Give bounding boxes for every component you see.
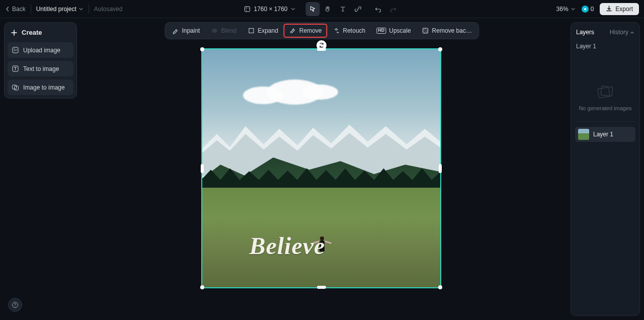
handle-bottom-left[interactable]: [200, 285, 204, 289]
eraser-icon: [289, 27, 296, 34]
retouch-label: Retouch: [343, 27, 366, 34]
credits-value: 0: [591, 6, 594, 13]
layer-item[interactable]: Layer 1: [575, 127, 635, 142]
remove-button[interactable]: Remove: [284, 24, 327, 37]
plus-icon: [11, 29, 18, 36]
svg-rect-8: [249, 29, 254, 33]
dimensions-label: 1760 × 1760: [254, 6, 287, 13]
credits-counter[interactable]: 0: [582, 6, 594, 13]
hd-icon: HD: [376, 28, 386, 34]
generated-empty-state: No generated images: [575, 55, 635, 122]
handle-bottom[interactable]: [317, 286, 326, 289]
current-layer-name[interactable]: Layer 1: [575, 40, 635, 55]
history-tab-label: History: [610, 29, 628, 36]
frame-icon: [244, 6, 251, 13]
chevron-down-icon: [571, 7, 576, 12]
removebg-label: Remove back…: [432, 27, 472, 34]
text-to-image-button[interactable]: Text to image: [8, 61, 73, 76]
text-tool[interactable]: [336, 2, 350, 16]
empty-images-icon: [597, 85, 614, 99]
svg-point-2: [14, 48, 15, 49]
hand-tool[interactable]: [321, 2, 335, 16]
chevron-down-icon: [78, 7, 84, 12]
upload-image-button[interactable]: Upload image: [8, 42, 73, 58]
zoom-label: 36%: [556, 6, 569, 13]
layers-tab-label: Layers: [576, 29, 594, 36]
handle-top-right[interactable]: [438, 47, 442, 51]
create-header: Create: [8, 26, 73, 39]
text2img-label: Text to image: [23, 65, 59, 72]
undo-button[interactable]: [371, 2, 385, 16]
remove-bg-button[interactable]: Remove back…: [417, 24, 477, 37]
help-button[interactable]: [8, 298, 22, 312]
canvas[interactable]: Believe: [201, 48, 441, 288]
redo-icon: [390, 6, 397, 13]
svg-rect-0: [245, 7, 250, 12]
export-button[interactable]: Export: [600, 3, 639, 15]
top-center: 1760 × 1760: [244, 2, 400, 16]
top-right: 36% 0 Export: [556, 3, 639, 15]
expand-icon: [248, 27, 255, 34]
inpaint-button[interactable]: Inpaint: [167, 24, 205, 37]
upload-label: Upload image: [23, 47, 60, 54]
canvas-dimensions[interactable]: 1760 × 1760: [244, 6, 295, 13]
back-label: Back: [12, 6, 26, 13]
retouch-button[interactable]: Retouch: [328, 24, 371, 37]
img2img-label: Image to image: [23, 84, 65, 91]
cursor-icon: [309, 6, 316, 13]
project-name[interactable]: Untitled project: [36, 6, 84, 13]
layers-tab[interactable]: Layers: [575, 27, 595, 38]
expand-button[interactable]: Expand: [243, 24, 283, 37]
upload-icon: [12, 46, 19, 54]
project-name-label: Untitled project: [36, 6, 76, 13]
hand-icon: [325, 6, 332, 13]
remove-bg-icon: [422, 27, 429, 34]
empty-message: No generated images: [579, 105, 631, 111]
link-tool[interactable]: [351, 2, 365, 16]
zoom-control[interactable]: 36%: [556, 6, 576, 13]
blend-icon: [211, 27, 218, 34]
chevron-down-icon: [291, 7, 296, 12]
left-panel: Create Upload image Text to image Image …: [4, 22, 77, 99]
top-bar: Back Untitled project Autosaved 1760 × 1…: [0, 0, 644, 18]
history-tab[interactable]: History: [609, 27, 635, 38]
inpaint-label: Inpaint: [182, 27, 200, 34]
back-button[interactable]: Back: [5, 6, 26, 13]
chevron-up-icon: [630, 30, 634, 35]
upscale-button[interactable]: HD Upscale: [371, 24, 416, 37]
handle-bottom-right[interactable]: [438, 285, 442, 289]
redo-button[interactable]: [386, 2, 400, 16]
inpaint-icon: [172, 27, 179, 34]
help-icon: [12, 301, 19, 308]
autosaved-status: Autosaved: [94, 6, 123, 13]
chevron-left-icon: [5, 7, 10, 12]
select-tool[interactable]: [306, 2, 320, 16]
expand-label: Expand: [258, 27, 278, 34]
layer-thumbnail: [578, 129, 589, 140]
undo-icon: [375, 6, 382, 13]
right-panel: Layers History Layer 1 No generated imag…: [571, 22, 640, 316]
download-icon: [606, 6, 612, 12]
layer-item-label: Layer 1: [593, 131, 613, 138]
blend-button: Blend: [206, 24, 242, 37]
handle-top[interactable]: [317, 48, 326, 51]
credits-icon: [582, 6, 589, 13]
svg-point-13: [15, 306, 15, 306]
tool-group: [306, 2, 400, 16]
handle-right[interactable]: [439, 164, 442, 173]
retouch-icon: [333, 27, 340, 34]
divider: [89, 5, 89, 14]
blend-label: Blend: [221, 27, 236, 34]
selection-outline[interactable]: [201, 48, 441, 288]
action-toolbar: Inpaint Blend Expand Remove Retouch HD U…: [165, 22, 479, 39]
text-icon: [340, 6, 347, 13]
create-label: Create: [22, 29, 42, 36]
text-to-image-icon: [12, 65, 19, 72]
link-icon: [355, 6, 362, 13]
image-to-image-icon: [12, 84, 19, 91]
remove-label: Remove: [299, 27, 322, 34]
export-label: Export: [615, 6, 633, 13]
image-to-image-button[interactable]: Image to image: [8, 79, 73, 95]
handle-top-left[interactable]: [200, 47, 204, 51]
handle-left[interactable]: [201, 164, 204, 173]
